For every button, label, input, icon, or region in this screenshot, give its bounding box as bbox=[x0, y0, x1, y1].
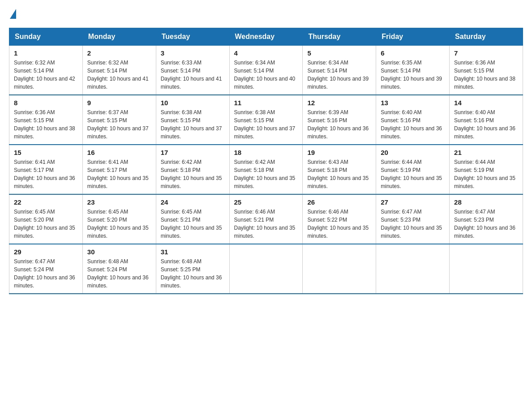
weekday-header-friday: Friday bbox=[376, 28, 450, 46]
day-number: 1 bbox=[14, 49, 78, 57]
day-number: 15 bbox=[14, 149, 78, 156]
day-info: Sunrise: 6:45 AMSunset: 5:21 PMDaylight:… bbox=[161, 208, 225, 240]
calendar-cell: 31 Sunrise: 6:48 AMSunset: 5:25 PMDaylig… bbox=[156, 244, 229, 294]
day-info: Sunrise: 6:39 AMSunset: 5:16 PMDaylight:… bbox=[307, 108, 371, 141]
day-info: Sunrise: 6:43 AMSunset: 5:18 PMDaylight:… bbox=[307, 158, 371, 190]
day-number: 6 bbox=[381, 49, 445, 57]
calendar-cell: 4 Sunrise: 6:34 AMSunset: 5:14 PMDayligh… bbox=[229, 46, 303, 95]
day-number: 30 bbox=[87, 248, 151, 256]
weekday-header-saturday: Saturday bbox=[450, 28, 523, 46]
logo bbox=[9, 9, 17, 19]
day-number: 22 bbox=[14, 198, 78, 206]
calendar-cell: 10 Sunrise: 6:38 AMSunset: 5:15 PMDaylig… bbox=[156, 95, 229, 145]
calendar-cell: 12 Sunrise: 6:39 AMSunset: 5:16 PMDaylig… bbox=[303, 95, 376, 145]
day-info: Sunrise: 6:47 AMSunset: 5:24 PMDaylight:… bbox=[14, 257, 78, 290]
calendar-cell: 20 Sunrise: 6:44 AMSunset: 5:19 PMDaylig… bbox=[376, 145, 450, 194]
day-number: 4 bbox=[234, 49, 298, 57]
calendar-cell: 17 Sunrise: 6:42 AMSunset: 5:18 PMDaylig… bbox=[156, 145, 229, 194]
calendar-cell: 28 Sunrise: 6:47 AMSunset: 5:23 PMDaylig… bbox=[450, 194, 523, 244]
day-number: 16 bbox=[87, 149, 151, 156]
day-info: Sunrise: 6:46 AMSunset: 5:21 PMDaylight:… bbox=[234, 208, 298, 240]
calendar-cell: 25 Sunrise: 6:46 AMSunset: 5:21 PMDaylig… bbox=[229, 194, 303, 244]
calendar-week-row: 15 Sunrise: 6:41 AMSunset: 5:17 PMDaylig… bbox=[9, 145, 523, 194]
day-info: Sunrise: 6:35 AMSunset: 5:14 PMDaylight:… bbox=[381, 59, 445, 91]
calendar-week-row: 22 Sunrise: 6:45 AMSunset: 5:20 PMDaylig… bbox=[9, 194, 523, 244]
calendar-cell bbox=[229, 244, 303, 294]
calendar-cell: 5 Sunrise: 6:34 AMSunset: 5:14 PMDayligh… bbox=[303, 46, 376, 95]
weekday-header-row: SundayMondayTuesdayWednesdayThursdayFrid… bbox=[9, 28, 523, 46]
day-number: 2 bbox=[87, 49, 151, 57]
day-info: Sunrise: 6:38 AMSunset: 5:15 PMDaylight:… bbox=[161, 108, 225, 141]
day-info: Sunrise: 6:48 AMSunset: 5:24 PMDaylight:… bbox=[87, 257, 151, 290]
calendar-cell: 21 Sunrise: 6:44 AMSunset: 5:19 PMDaylig… bbox=[450, 145, 523, 194]
calendar-cell: 24 Sunrise: 6:45 AMSunset: 5:21 PMDaylig… bbox=[156, 194, 229, 244]
day-number: 24 bbox=[161, 198, 225, 206]
logo-triangle-icon bbox=[10, 9, 16, 19]
day-number: 14 bbox=[454, 99, 518, 107]
day-number: 10 bbox=[161, 99, 225, 107]
day-number: 11 bbox=[234, 99, 298, 107]
calendar-cell: 1 Sunrise: 6:32 AMSunset: 5:14 PMDayligh… bbox=[9, 46, 83, 95]
day-number: 26 bbox=[307, 198, 371, 206]
weekday-header-tuesday: Tuesday bbox=[156, 28, 229, 46]
calendar-cell bbox=[376, 244, 450, 294]
day-info: Sunrise: 6:40 AMSunset: 5:16 PMDaylight:… bbox=[381, 108, 445, 141]
day-number: 27 bbox=[381, 198, 445, 206]
day-info: Sunrise: 6:37 AMSunset: 5:15 PMDaylight:… bbox=[87, 108, 151, 141]
day-number: 8 bbox=[14, 99, 78, 107]
day-number: 17 bbox=[161, 149, 225, 156]
day-number: 12 bbox=[307, 99, 371, 107]
day-info: Sunrise: 6:42 AMSunset: 5:18 PMDaylight:… bbox=[161, 158, 225, 190]
calendar-week-row: 1 Sunrise: 6:32 AMSunset: 5:14 PMDayligh… bbox=[9, 46, 523, 95]
day-info: Sunrise: 6:34 AMSunset: 5:14 PMDaylight:… bbox=[307, 59, 371, 91]
day-info: Sunrise: 6:36 AMSunset: 5:15 PMDaylight:… bbox=[454, 59, 518, 91]
day-info: Sunrise: 6:47 AMSunset: 5:23 PMDaylight:… bbox=[381, 208, 445, 240]
page-header bbox=[9, 9, 523, 19]
calendar-cell: 13 Sunrise: 6:40 AMSunset: 5:16 PMDaylig… bbox=[376, 95, 450, 145]
weekday-header-monday: Monday bbox=[82, 28, 156, 46]
day-info: Sunrise: 6:45 AMSunset: 5:20 PMDaylight:… bbox=[14, 208, 78, 240]
calendar-cell: 6 Sunrise: 6:35 AMSunset: 5:14 PMDayligh… bbox=[376, 46, 450, 95]
day-info: Sunrise: 6:40 AMSunset: 5:16 PMDaylight:… bbox=[454, 108, 518, 141]
calendar-cell: 3 Sunrise: 6:33 AMSunset: 5:14 PMDayligh… bbox=[156, 46, 229, 95]
day-number: 28 bbox=[454, 198, 518, 206]
calendar-body: 1 Sunrise: 6:32 AMSunset: 5:14 PMDayligh… bbox=[9, 46, 523, 294]
calendar-cell: 11 Sunrise: 6:38 AMSunset: 5:15 PMDaylig… bbox=[229, 95, 303, 145]
calendar-cell: 15 Sunrise: 6:41 AMSunset: 5:17 PMDaylig… bbox=[9, 145, 83, 194]
calendar-header: SundayMondayTuesdayWednesdayThursdayFrid… bbox=[9, 28, 523, 46]
calendar-cell: 2 Sunrise: 6:32 AMSunset: 5:14 PMDayligh… bbox=[82, 46, 156, 95]
day-number: 23 bbox=[87, 198, 151, 206]
day-info: Sunrise: 6:38 AMSunset: 5:15 PMDaylight:… bbox=[234, 108, 298, 141]
calendar-cell: 9 Sunrise: 6:37 AMSunset: 5:15 PMDayligh… bbox=[82, 95, 156, 145]
day-info: Sunrise: 6:44 AMSunset: 5:19 PMDaylight:… bbox=[381, 158, 445, 190]
calendar-cell: 27 Sunrise: 6:47 AMSunset: 5:23 PMDaylig… bbox=[376, 194, 450, 244]
calendar-cell bbox=[450, 244, 523, 294]
weekday-header-thursday: Thursday bbox=[303, 28, 376, 46]
calendar-cell: 14 Sunrise: 6:40 AMSunset: 5:16 PMDaylig… bbox=[450, 95, 523, 145]
day-info: Sunrise: 6:41 AMSunset: 5:17 PMDaylight:… bbox=[14, 158, 78, 190]
calendar-cell: 30 Sunrise: 6:48 AMSunset: 5:24 PMDaylig… bbox=[82, 244, 156, 294]
day-info: Sunrise: 6:32 AMSunset: 5:14 PMDaylight:… bbox=[14, 59, 78, 91]
day-number: 29 bbox=[14, 248, 78, 256]
day-info: Sunrise: 6:32 AMSunset: 5:14 PMDaylight:… bbox=[87, 59, 151, 91]
calendar-cell: 16 Sunrise: 6:41 AMSunset: 5:17 PMDaylig… bbox=[82, 145, 156, 194]
day-number: 3 bbox=[161, 49, 225, 57]
day-info: Sunrise: 6:44 AMSunset: 5:19 PMDaylight:… bbox=[454, 158, 518, 190]
day-number: 13 bbox=[381, 99, 445, 107]
weekday-header-wednesday: Wednesday bbox=[229, 28, 303, 46]
calendar-cell: 19 Sunrise: 6:43 AMSunset: 5:18 PMDaylig… bbox=[303, 145, 376, 194]
weekday-header-sunday: Sunday bbox=[9, 28, 83, 46]
day-info: Sunrise: 6:36 AMSunset: 5:15 PMDaylight:… bbox=[14, 108, 78, 141]
calendar-cell bbox=[303, 244, 376, 294]
calendar-table: SundayMondayTuesdayWednesdayThursdayFrid… bbox=[9, 28, 523, 294]
calendar-cell: 26 Sunrise: 6:46 AMSunset: 5:22 PMDaylig… bbox=[303, 194, 376, 244]
day-info: Sunrise: 6:42 AMSunset: 5:18 PMDaylight:… bbox=[234, 158, 298, 190]
day-info: Sunrise: 6:47 AMSunset: 5:23 PMDaylight:… bbox=[454, 208, 518, 240]
day-info: Sunrise: 6:48 AMSunset: 5:25 PMDaylight:… bbox=[161, 257, 225, 290]
calendar-week-row: 8 Sunrise: 6:36 AMSunset: 5:15 PMDayligh… bbox=[9, 95, 523, 145]
day-number: 18 bbox=[234, 149, 298, 156]
day-info: Sunrise: 6:46 AMSunset: 5:22 PMDaylight:… bbox=[307, 208, 371, 240]
calendar-cell: 7 Sunrise: 6:36 AMSunset: 5:15 PMDayligh… bbox=[450, 46, 523, 95]
calendar-cell: 29 Sunrise: 6:47 AMSunset: 5:24 PMDaylig… bbox=[9, 244, 83, 294]
day-number: 5 bbox=[307, 49, 371, 57]
